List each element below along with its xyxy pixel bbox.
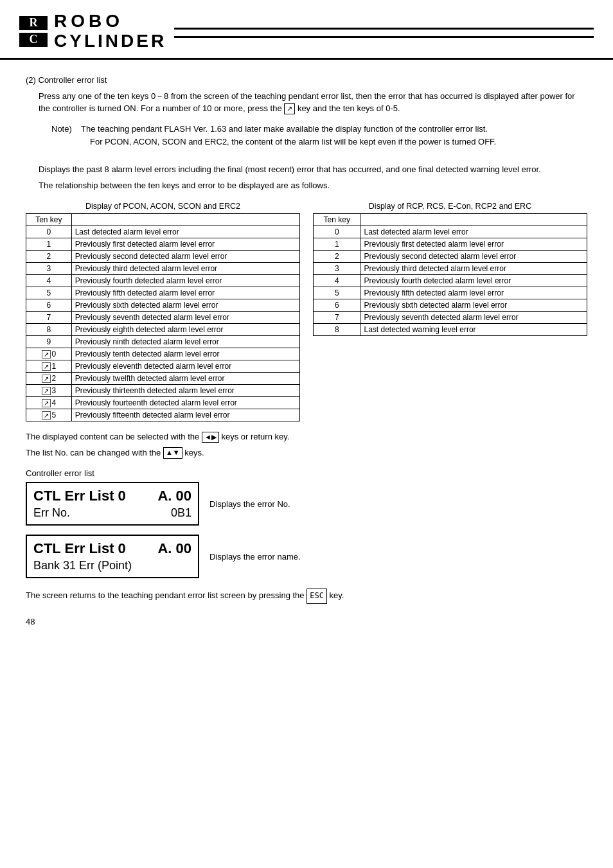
table-cell-key: 7 — [314, 311, 360, 323]
table-left-section: Display of PCON, ACON, SCON and ERC2 Ten… — [26, 202, 300, 421]
table-cell-desc: Last detected alarm level error — [71, 226, 299, 238]
logo-cylinder: CYLINDER — [54, 31, 166, 51]
table-cell-desc: Previously third detected alarm level er… — [71, 262, 299, 274]
table-cell-desc: Previously thirteenth detected alarm lev… — [71, 384, 299, 396]
table-row: 7Previously seventh detected alarm level… — [314, 311, 587, 323]
table-cell-key: 9 — [26, 335, 72, 348]
ctl-box2-desc: Displays the error name. — [209, 552, 587, 562]
header-line-top — [174, 28, 594, 30]
table-row: 3Previously third detected alarm level e… — [314, 262, 587, 274]
table-cell-key: ↗4 — [26, 396, 72, 409]
table-row: ↗2Previously twelfth detected alarm leve… — [26, 372, 300, 384]
logo: R C ROBO CYLINDER — [19, 12, 166, 51]
table-cell-key: ↗3 — [26, 384, 72, 396]
ctl-box2-title: CTL Err List 0 — [33, 540, 126, 558]
table-row: 5Previously fifth detected alarm level e… — [26, 287, 300, 299]
ctl-box1-code: A. 00 — [157, 487, 191, 506]
ctl-box2-code: A. 00 — [157, 540, 191, 558]
shift-key-icon: ↗ — [42, 362, 51, 371]
table-row: 2Previously second detected alarm level … — [314, 250, 587, 262]
ctl-box1-sub-label: Err No. — [33, 506, 70, 520]
ctl-box2-top: CTL Err List 0 A. 00 — [33, 540, 191, 558]
table-cell-key: 0 — [314, 226, 360, 238]
ctl-box1-title: CTL Err List 0 — [33, 487, 126, 506]
table-cell-desc: Previously fifth detected alarm level er… — [71, 287, 299, 299]
table-right-header-row: Ten key — [314, 213, 587, 226]
table-cell-key: 3 — [314, 262, 360, 274]
table-cell-key: 0 — [26, 226, 72, 238]
table-cell-desc: Previously fifth detected alarm level er… — [360, 287, 587, 299]
table-cell-key: 8 — [26, 323, 72, 335]
table-row: 8Previously eighth detected alarm level … — [26, 323, 300, 335]
table-cell-key: ↗5 — [26, 409, 72, 421]
table-cell-key: 2 — [26, 250, 72, 262]
table-cell-key: 8 — [314, 323, 360, 335]
table-row: 8Last detected warning level error — [314, 323, 587, 335]
shift-key-icon: ↗ — [42, 387, 51, 395]
table-cell-key: 1 — [26, 238, 72, 250]
table-cell-key: ↗0 — [26, 348, 72, 360]
logo-icon: R C — [19, 16, 48, 47]
ctl-box-1: CTL Err List 0 A. 00 Err No. 0B1 — [26, 482, 199, 526]
left-right-keys: ◄▶ — [202, 432, 219, 443]
page-header: R C ROBO CYLINDER — [0, 0, 613, 60]
ctl-box2-bottom: Bank 31 Err (Point) — [33, 558, 191, 573]
table-cell-key: 5 — [26, 287, 72, 299]
table-row: ↗0Previously tenth detected alarm level … — [26, 348, 300, 360]
table-left: Ten key 0Last detected alarm level error… — [26, 213, 300, 421]
table-cell-key: 7 — [26, 311, 72, 323]
shift-key-icon: ↗ — [42, 399, 51, 407]
table-cell-desc: Previously fifteenth detected alarm leve… — [71, 409, 299, 421]
desc2: The relationship between the ten keys an… — [39, 179, 587, 193]
table-row: 5Previously fifth detected alarm level e… — [314, 287, 587, 299]
table-cell-key: 6 — [26, 299, 72, 311]
col-ten-key-right: Ten key — [314, 213, 360, 226]
table-cell-key: 6 — [314, 299, 360, 311]
table-cell-desc: Previously seventh detected alarm level … — [71, 311, 299, 323]
page-number: 48 — [26, 617, 587, 626]
ctl-box2-sub-label: Bank 31 Err (Point) — [33, 558, 132, 573]
ctl-section-title: Controller error list — [26, 468, 587, 478]
ctl-boxes: CTL Err List 0 A. 00 Err No. 0B1 Display… — [26, 482, 587, 578]
table-row: ↗5Previously fifteenth detected alarm le… — [26, 409, 300, 421]
logo-text: ROBO CYLINDER — [54, 12, 166, 51]
note-block: Note) The teaching pendant FLASH Ver. 1.… — [51, 123, 587, 150]
table-cell-desc: Previously eighth detected alarm level e… — [71, 323, 299, 335]
main-content: (2) Controller error list Press any one … — [0, 62, 613, 639]
table-row: 1Previously first detected alarm level e… — [26, 238, 300, 250]
col-desc-right — [360, 213, 587, 226]
shift-key-icon: ↗ — [42, 375, 51, 383]
ctl-box1-sub-value: 0B1 — [171, 506, 191, 520]
table-row: 7Previously seventh detected alarm level… — [26, 311, 300, 323]
table-row: 4Previously fourth detected alarm level … — [314, 274, 587, 287]
table-row: 3Previously third detected alarm level e… — [26, 262, 300, 274]
table-cell-desc: Previously twelfth detected alarm level … — [71, 372, 299, 384]
table-row: ↗3Previously thirteenth detected alarm l… — [26, 384, 300, 396]
table-cell-desc: Previously second detected alarm level e… — [71, 250, 299, 262]
table-cell-desc: Last detected alarm level error — [360, 226, 587, 238]
table-cell-desc: Previously ninth detected alarm level er… — [71, 335, 299, 348]
table-cell-key: ↗1 — [26, 360, 72, 372]
table-cell-desc: Previously fourth detected alarm level e… — [71, 274, 299, 287]
table-cell-desc: Last detected warning level error — [360, 323, 587, 335]
table-row: 0Last detected alarm level error — [314, 226, 587, 238]
table-row: ↗4Previously fourteenth detected alarm l… — [26, 396, 300, 409]
section-title: (2) Controller error list — [26, 75, 587, 85]
logo-c: C — [19, 33, 48, 47]
col-desc-left — [71, 213, 299, 226]
table-row: ↗1Previously eleventh detected alarm lev… — [26, 360, 300, 372]
table-right: Ten key 0Last detected alarm level error… — [313, 213, 587, 336]
logo-robo: ROBO — [54, 12, 166, 31]
col-ten-key-left: Ten key — [26, 213, 72, 226]
table-right-caption: Display of RCP, RCS, E-Con, RCP2 and ERC — [313, 202, 587, 211]
table-cell-desc: Previously fourteenth detected alarm lev… — [71, 396, 299, 409]
table-row: 6Previously sixth detected alarm level e… — [26, 299, 300, 311]
header-decoration — [174, 25, 594, 38]
table-row: 2Previously second detected alarm level … — [26, 250, 300, 262]
ctl-box1-bottom: Err No. 0B1 — [33, 506, 191, 520]
intro-paragraph: Press any one of the ten keys 0－8 from t… — [39, 90, 587, 115]
table-left-caption: Display of PCON, ACON, SCON and ERC2 — [26, 202, 300, 211]
table-row: 1Previously first detected alarm level e… — [314, 238, 587, 250]
ctl-box-row-2: CTL Err List 0 A. 00 Bank 31 Err (Point)… — [26, 535, 587, 578]
esc-key: ESC — [306, 589, 327, 603]
